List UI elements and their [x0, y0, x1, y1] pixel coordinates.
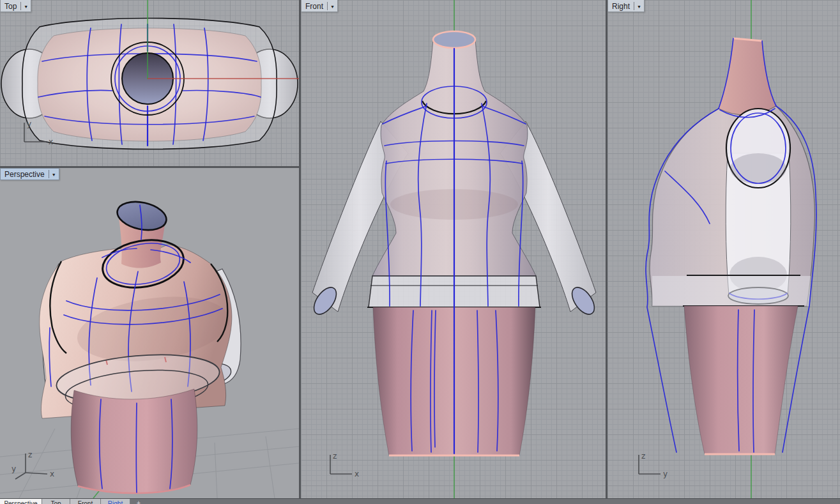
viewport-menu-arrow-icon[interactable]: ▼ — [330, 1, 335, 13]
tab-front[interactable]: Front — [70, 499, 101, 504]
perspective-view-canvas[interactable] — [0, 168, 299, 498]
viewport-title-divider — [20, 2, 21, 10]
tab-right[interactable]: Right — [101, 499, 130, 504]
viewport-title-top[interactable]: Top ▼ — [0, 0, 31, 12]
neck-top-rim — [433, 31, 475, 48]
viewport-top[interactable]: Top ▼ y x — [0, 0, 299, 166]
viewport-splitter-vertical-right[interactable] — [606, 0, 607, 498]
tab-label: Top — [50, 500, 61, 504]
viewport-front[interactable]: Front ▼ z x — [301, 0, 606, 498]
viewport-title-perspective[interactable]: Perspective ▼ — [0, 168, 59, 180]
tab-label: Right — [108, 500, 123, 504]
viewport-title-text: Front — [305, 1, 323, 12]
right-view-canvas[interactable] — [607, 0, 840, 498]
new-viewport-tab-button[interactable]: + — [130, 499, 147, 504]
right-view-model — [646, 38, 816, 454]
viewport-menu-arrow-icon[interactable]: ▼ — [52, 169, 56, 181]
viewport-splitter-horizontal[interactable] — [0, 166, 299, 168]
viewport-title-front[interactable]: Front ▼ — [301, 0, 338, 12]
viewport-title-divider — [49, 170, 49, 178]
viewport-title-text: Perspective — [4, 169, 45, 180]
perspective-view-model — [40, 197, 241, 493]
top-view-canvas[interactable] — [0, 0, 299, 166]
plus-icon: + — [137, 500, 141, 504]
workspace: Top ▼ y x — [0, 0, 840, 504]
viewport-title-right[interactable]: Right ▼ — [607, 0, 645, 12]
tab-label: Front — [78, 500, 93, 504]
viewport-tabs: Perspective Top Front Right + — [0, 498, 840, 504]
tab-label: Perspective — [4, 500, 37, 504]
top-view-model — [1, 19, 298, 149]
tab-top[interactable]: Top — [42, 499, 70, 504]
viewport-title-divider — [634, 2, 634, 10]
viewport-title-divider — [327, 2, 328, 10]
viewport-perspective[interactable]: Perspective ▼ z x y — [0, 168, 299, 498]
viewport-menu-arrow-icon[interactable]: ▼ — [24, 1, 28, 13]
front-view-model — [310, 31, 599, 455]
viewport-title-text: Top — [4, 1, 17, 12]
viewport-title-text: Right — [612, 1, 630, 12]
tab-perspective[interactable]: Perspective — [0, 499, 42, 504]
viewport-splitter-vertical-left[interactable] — [299, 0, 301, 498]
viewport-menu-arrow-icon[interactable]: ▼ — [637, 1, 641, 13]
viewport-right[interactable]: Right ▼ z y — [607, 0, 840, 498]
front-view-canvas[interactable] — [301, 0, 606, 498]
